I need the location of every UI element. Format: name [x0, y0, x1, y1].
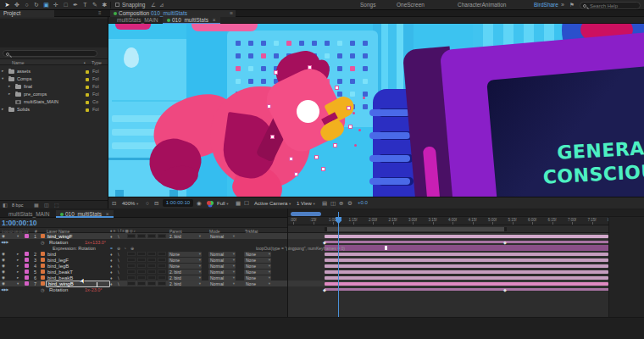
magnification-dropdown[interactable]: 400% ▾ — [122, 200, 138, 208]
puppet-tool[interactable]: ✱ — [100, 1, 109, 9]
trkmat-dropdown[interactable]: None▾ — [244, 252, 271, 257]
layer-duration-bar[interactable] — [325, 253, 608, 256]
hand-tool[interactable]: ✥ — [13, 1, 22, 9]
property-track-bar[interactable] — [325, 288, 608, 291]
twirl-icon[interactable]: ▸ — [17, 252, 19, 256]
workspace-flag-icon[interactable]: ⚑ — [569, 2, 575, 8]
work-area-bar[interactable] — [325, 227, 507, 231]
twirl-icon[interactable]: ▸ — [17, 258, 19, 262]
expression-label[interactable]: Expression: Rotation — [53, 246, 96, 251]
selection-tool[interactable]: ➤ — [3, 1, 12, 9]
twirl-icon[interactable]: ▸ — [17, 270, 19, 274]
layer-row-bird_wingF[interactable]: ◉▾1bird_wingF♦∖2. bird▾Normal▾ — [0, 233, 288, 239]
twirl-icon[interactable]: ▾ — [17, 281, 19, 286]
continuous-rasterize-icon[interactable]: ∖ — [117, 275, 119, 281]
label-swatch[interactable] — [86, 108, 89, 112]
snapping-checkbox[interactable] — [115, 3, 119, 7]
layer-color-swatch[interactable] — [25, 270, 29, 274]
switch-cell[interactable] — [147, 281, 156, 286]
timeline-navigator[interactable] — [288, 210, 644, 217]
project-item-multistats_main[interactable]: multiStats_MAINCo — [0, 98, 108, 106]
trash-icon[interactable]: ⬚ — [54, 202, 59, 208]
work-area-handle-left[interactable] — [325, 227, 327, 231]
mode-dropdown[interactable]: Normal▾ — [208, 281, 236, 286]
expression-row[interactable]: Expression: Rotation=⊚◔⊕ — [0, 245, 288, 251]
trkmat-dropdown[interactable]: None▾ — [244, 275, 271, 281]
project-item-comps[interactable]: ▾CompsFol — [0, 75, 108, 83]
layer-row-bird_wingB[interactable]: ◉▾7bird_wingB♦∖2. bird▾Normal▾None▾ — [0, 281, 288, 286]
switch-cell[interactable] — [158, 264, 166, 268]
new-folder-icon[interactable]: ▦ — [34, 202, 39, 208]
navigator-pill[interactable] — [291, 212, 321, 216]
trkmat-dropdown[interactable]: None▾ — [244, 281, 271, 286]
exposure-value[interactable]: +0.0 — [358, 200, 368, 205]
selection-handle[interactable] — [315, 156, 318, 158]
project-item-final[interactable]: ▸finalFol — [0, 83, 108, 91]
switch-cell[interactable] — [158, 258, 166, 262]
layer-color-swatch[interactable] — [25, 252, 29, 256]
camera-dropdown[interactable]: Active Camera ▾ — [254, 200, 291, 208]
brush-tool[interactable]: ✎ — [91, 1, 100, 9]
selection-handle[interactable] — [275, 71, 277, 74]
eye-icon[interactable]: ◉ — [2, 264, 5, 268]
project-search-box[interactable] — [3, 50, 97, 57]
selection-handle[interactable] — [308, 66, 311, 69]
mode-dropdown[interactable]: Normal▾ — [208, 258, 236, 263]
project-column-header[interactable]: Name ▪ Type — [0, 58, 108, 65]
snap-edge-icon[interactable]: ⊿ — [159, 2, 164, 8]
eye-icon[interactable]: ◉ — [2, 234, 5, 238]
layer-duration-bar[interactable] — [325, 264, 608, 268]
transparency-grid-icon[interactable]: ☐ — [244, 200, 249, 207]
fast-preview-icon[interactable]: ◫ — [330, 200, 336, 207]
label-swatch[interactable] — [86, 93, 89, 97]
quality-icon[interactable]: ♦ — [110, 252, 113, 257]
parent-dropdown[interactable]: 2. bird▾ — [168, 281, 202, 286]
layer-color-swatch[interactable] — [25, 264, 29, 268]
twirl-icon[interactable]: ▾ — [2, 76, 3, 81]
playhead-line[interactable] — [338, 212, 339, 317]
eye-icon[interactable]: ◉ — [2, 252, 5, 256]
tab-project[interactable]: Project — [0, 10, 54, 17]
roi-icon[interactable]: ▦ — [236, 200, 241, 207]
layer-row-bird_beakB[interactable]: ◉▸6bird_beakB♦∖2. bird▾Normal▾None▾ — [0, 275, 288, 281]
text-tool[interactable]: T — [80, 1, 90, 9]
viewer-menu-icon[interactable]: ≡ — [230, 10, 233, 17]
orbit-camera-tool[interactable]: ↻ — [32, 1, 42, 9]
layer-row-bird_beakT[interactable]: ◉▸5bird_beakT♦∖2. bird▾Normal▾None▾ — [0, 269, 288, 275]
expression-field-text[interactable]: loopOut(type = "pingpong", numKeyframes … — [256, 246, 345, 251]
label-swatch[interactable] — [86, 86, 89, 89]
mode-dropdown[interactable]: Normal▾ — [208, 234, 236, 239]
switch-cell[interactable] — [127, 281, 136, 286]
help-search-box[interactable]: Search Help — [580, 2, 641, 9]
project-item-solids[interactable]: ▸SolidsFol — [0, 106, 108, 114]
pen-tool[interactable]: ✒ — [71, 1, 80, 9]
selection-handle[interactable] — [347, 107, 350, 109]
interpret-footage-icon[interactable]: ◧ — [3, 202, 8, 208]
fit-icon[interactable]: ⊡ — [112, 200, 116, 207]
twirl-icon[interactable]: ▸ — [17, 264, 19, 268]
expression-graph-icon[interactable]: ◔ — [124, 246, 126, 251]
twirl-icon[interactable]: ▾ — [17, 234, 19, 238]
viewer-tab-multistats-main[interactable]: multiStats_MAIN — [114, 17, 161, 24]
mask-visibility-icon[interactable]: ⊟ — [154, 200, 158, 207]
selection-handle[interactable] — [295, 173, 297, 175]
switch-cell[interactable] — [137, 270, 146, 274]
snapshot-icon[interactable]: ◉ — [197, 200, 202, 207]
switch-cell[interactable] — [147, 264, 156, 268]
workspace-overflow-icon[interactable]: » — [561, 2, 564, 8]
work-area-handle-right[interactable] — [504, 227, 507, 231]
viewer-timecode[interactable]: 1:00:00:10 — [163, 199, 193, 207]
keyframe-icon[interactable]: ◆ — [503, 287, 507, 292]
grid-guides-icon[interactable]: ○ — [146, 200, 149, 207]
trkmat-dropdown[interactable]: None▾ — [244, 270, 271, 275]
layer-name[interactable]: bird_legF — [47, 258, 69, 263]
new-comp-icon[interactable]: ◫ — [44, 202, 49, 208]
switch-cell[interactable] — [158, 281, 166, 286]
layer-color-swatch[interactable] — [25, 275, 29, 280]
parent-dropdown[interactable]: 2. bird▾ — [168, 234, 202, 239]
pan-behind-tool[interactable]: ✛ — [52, 1, 61, 9]
property-name[interactable]: Rotation — [49, 240, 68, 245]
label-swatch[interactable] — [86, 78, 89, 81]
view-layout-dropdown[interactable]: 1 View ▾ — [297, 200, 315, 208]
timeline-tab-010-multistats[interactable]: 010_multiStats × — [56, 210, 114, 218]
